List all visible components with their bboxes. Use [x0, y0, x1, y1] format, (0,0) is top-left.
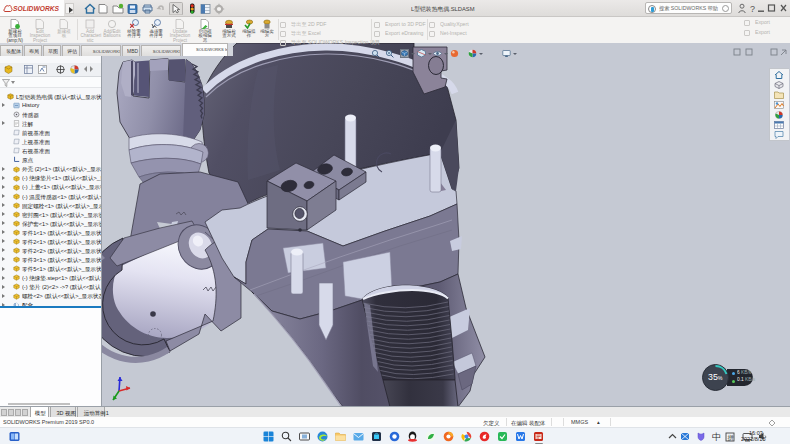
svg-text:拼: 拼: [728, 434, 735, 441]
svg-text:中: 中: [712, 432, 721, 442]
svg-text:SOLIDWORKS: SOLIDWORKS: [13, 5, 60, 12]
svg-text:?: ?: [750, 4, 755, 14]
